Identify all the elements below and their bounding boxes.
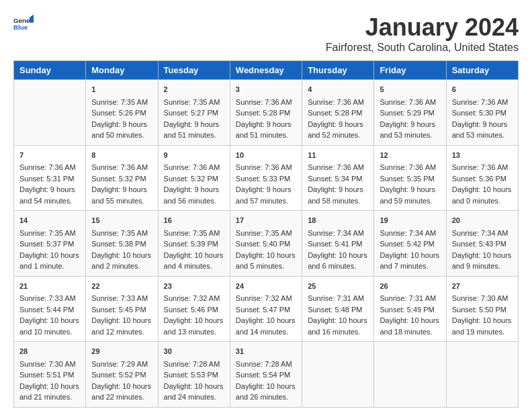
cell-content: Sunrise: 7:34 AM Sunset: 5:41 PM Dayligh… (308, 228, 368, 272)
calendar-cell: 14Sunrise: 7:35 AM Sunset: 5:37 PM Dayli… (14, 211, 86, 277)
svg-marker-2 (30, 15, 34, 23)
calendar-cell: 15Sunrise: 7:35 AM Sunset: 5:38 PM Dayli… (86, 211, 158, 277)
header-day-sunday: Sunday (14, 61, 86, 80)
cell-content: Sunrise: 7:36 AM Sunset: 5:28 PM Dayligh… (236, 97, 296, 141)
cell-content: Sunrise: 7:31 AM Sunset: 5:49 PM Dayligh… (380, 293, 440, 337)
cell-content: Sunrise: 7:36 AM Sunset: 5:36 PM Dayligh… (452, 162, 513, 206)
calendar-cell: 28Sunrise: 7:30 AM Sunset: 5:51 PM Dayli… (14, 342, 86, 408)
calendar-cell: 11Sunrise: 7:36 AM Sunset: 5:34 PM Dayli… (302, 145, 374, 211)
header-day-thursday: Thursday (302, 61, 374, 80)
calendar-cell: 12Sunrise: 7:36 AM Sunset: 5:35 PM Dayli… (374, 145, 446, 211)
calendar-week-row: 1Sunrise: 7:35 AM Sunset: 5:26 PM Daylig… (14, 80, 519, 146)
day-number: 17 (236, 215, 296, 226)
day-number: 10 (236, 150, 296, 161)
calendar-cell (302, 342, 374, 408)
cell-content: Sunrise: 7:35 AM Sunset: 5:27 PM Dayligh… (164, 97, 224, 141)
day-number: 30 (164, 346, 224, 357)
day-number: 8 (91, 150, 152, 161)
svg-text:Blue: Blue (13, 24, 28, 31)
calendar-cell: 22Sunrise: 7:33 AM Sunset: 5:45 PM Dayli… (86, 276, 158, 342)
page-header: General Blue January 2024 Fairforest, So… (13, 13, 519, 54)
calendar-week-row: 7Sunrise: 7:36 AM Sunset: 5:31 PM Daylig… (14, 145, 519, 211)
calendar-cell: 19Sunrise: 7:34 AM Sunset: 5:42 PM Dayli… (374, 211, 446, 277)
cell-content: Sunrise: 7:29 AM Sunset: 5:52 PM Dayligh… (91, 359, 152, 403)
day-number: 16 (164, 215, 224, 226)
page-title: January 2024 (326, 13, 519, 42)
calendar-cell: 6Sunrise: 7:36 AM Sunset: 5:30 PM Daylig… (446, 80, 518, 146)
page-subtitle: Fairforest, South Carolina, United State… (326, 42, 519, 54)
header-day-wednesday: Wednesday (230, 61, 302, 80)
calendar-cell: 5Sunrise: 7:36 AM Sunset: 5:29 PM Daylig… (374, 80, 446, 146)
day-number: 1 (91, 84, 152, 95)
cell-content: Sunrise: 7:35 AM Sunset: 5:26 PM Dayligh… (91, 97, 152, 141)
cell-content: Sunrise: 7:36 AM Sunset: 5:28 PM Dayligh… (308, 97, 368, 141)
calendar-cell: 21Sunrise: 7:33 AM Sunset: 5:44 PM Dayli… (14, 276, 86, 342)
calendar-cell: 7Sunrise: 7:36 AM Sunset: 5:31 PM Daylig… (14, 145, 86, 211)
cell-content: Sunrise: 7:33 AM Sunset: 5:45 PM Dayligh… (91, 293, 152, 337)
cell-content: Sunrise: 7:30 AM Sunset: 5:51 PM Dayligh… (19, 359, 80, 403)
calendar-cell: 29Sunrise: 7:29 AM Sunset: 5:52 PM Dayli… (86, 342, 158, 408)
calendar-cell: 31Sunrise: 7:28 AM Sunset: 5:54 PM Dayli… (230, 342, 302, 408)
day-number: 13 (452, 150, 513, 161)
title-section: January 2024 Fairforest, South Carolina,… (326, 13, 519, 54)
cell-content: Sunrise: 7:36 AM Sunset: 5:33 PM Dayligh… (236, 162, 296, 206)
header-day-saturday: Saturday (446, 61, 518, 80)
calendar-cell: 27Sunrise: 7:30 AM Sunset: 5:50 PM Dayli… (446, 276, 518, 342)
header-day-friday: Friday (374, 61, 446, 80)
day-number: 9 (164, 150, 224, 161)
day-number: 5 (380, 84, 440, 95)
day-number: 18 (308, 215, 368, 226)
calendar-cell: 8Sunrise: 7:36 AM Sunset: 5:32 PM Daylig… (86, 145, 158, 211)
cell-content: Sunrise: 7:36 AM Sunset: 5:32 PM Dayligh… (91, 162, 152, 206)
calendar-cell: 24Sunrise: 7:32 AM Sunset: 5:47 PM Dayli… (230, 276, 302, 342)
calendar-cell: 23Sunrise: 7:32 AM Sunset: 5:46 PM Dayli… (158, 276, 230, 342)
header-day-monday: Monday (86, 61, 158, 80)
calendar-cell: 26Sunrise: 7:31 AM Sunset: 5:49 PM Dayli… (374, 276, 446, 342)
day-number: 24 (236, 281, 296, 292)
calendar-header-row: SundayMondayTuesdayWednesdayThursdayFrid… (14, 61, 519, 80)
calendar-cell (374, 342, 446, 408)
day-number: 4 (308, 84, 368, 95)
day-number: 25 (308, 281, 368, 292)
cell-content: Sunrise: 7:36 AM Sunset: 5:30 PM Dayligh… (452, 97, 513, 141)
calendar-week-row: 28Sunrise: 7:30 AM Sunset: 5:51 PM Dayli… (14, 342, 519, 408)
calendar-cell: 25Sunrise: 7:31 AM Sunset: 5:48 PM Dayli… (302, 276, 374, 342)
day-number: 28 (19, 346, 80, 357)
logo-icon: General Blue (13, 13, 34, 34)
day-number: 22 (91, 281, 152, 292)
day-number: 31 (236, 346, 296, 357)
calendar-cell (14, 80, 86, 146)
day-number: 2 (164, 84, 224, 95)
day-number: 12 (380, 150, 440, 161)
calendar-cell: 16Sunrise: 7:35 AM Sunset: 5:39 PM Dayli… (158, 211, 230, 277)
day-number: 29 (91, 346, 152, 357)
calendar-cell (446, 342, 518, 408)
day-number: 19 (380, 215, 440, 226)
calendar-week-row: 21Sunrise: 7:33 AM Sunset: 5:44 PM Dayli… (14, 276, 519, 342)
cell-content: Sunrise: 7:30 AM Sunset: 5:50 PM Dayligh… (452, 293, 513, 337)
cell-content: Sunrise: 7:34 AM Sunset: 5:43 PM Dayligh… (452, 228, 513, 272)
calendar-cell: 10Sunrise: 7:36 AM Sunset: 5:33 PM Dayli… (230, 145, 302, 211)
header-day-tuesday: Tuesday (158, 61, 230, 80)
day-number: 21 (19, 281, 80, 292)
calendar-cell: 2Sunrise: 7:35 AM Sunset: 5:27 PM Daylig… (158, 80, 230, 146)
cell-content: Sunrise: 7:35 AM Sunset: 5:37 PM Dayligh… (19, 228, 80, 272)
logo: General Blue (13, 13, 34, 34)
cell-content: Sunrise: 7:31 AM Sunset: 5:48 PM Dayligh… (308, 293, 368, 337)
day-number: 23 (164, 281, 224, 292)
day-number: 26 (380, 281, 440, 292)
cell-content: Sunrise: 7:36 AM Sunset: 5:32 PM Dayligh… (164, 162, 224, 206)
day-number: 15 (91, 215, 152, 226)
calendar-cell: 3Sunrise: 7:36 AM Sunset: 5:28 PM Daylig… (230, 80, 302, 146)
cell-content: Sunrise: 7:28 AM Sunset: 5:54 PM Dayligh… (236, 359, 296, 403)
calendar-cell: 9Sunrise: 7:36 AM Sunset: 5:32 PM Daylig… (158, 145, 230, 211)
day-number: 20 (452, 215, 513, 226)
calendar-week-row: 14Sunrise: 7:35 AM Sunset: 5:37 PM Dayli… (14, 211, 519, 277)
cell-content: Sunrise: 7:32 AM Sunset: 5:46 PM Dayligh… (164, 293, 224, 337)
calendar-table: SundayMondayTuesdayWednesdayThursdayFrid… (13, 60, 519, 408)
cell-content: Sunrise: 7:33 AM Sunset: 5:44 PM Dayligh… (19, 293, 80, 337)
day-number: 27 (452, 281, 513, 292)
day-number: 14 (19, 215, 80, 226)
calendar-cell: 18Sunrise: 7:34 AM Sunset: 5:41 PM Dayli… (302, 211, 374, 277)
cell-content: Sunrise: 7:36 AM Sunset: 5:35 PM Dayligh… (380, 162, 440, 206)
